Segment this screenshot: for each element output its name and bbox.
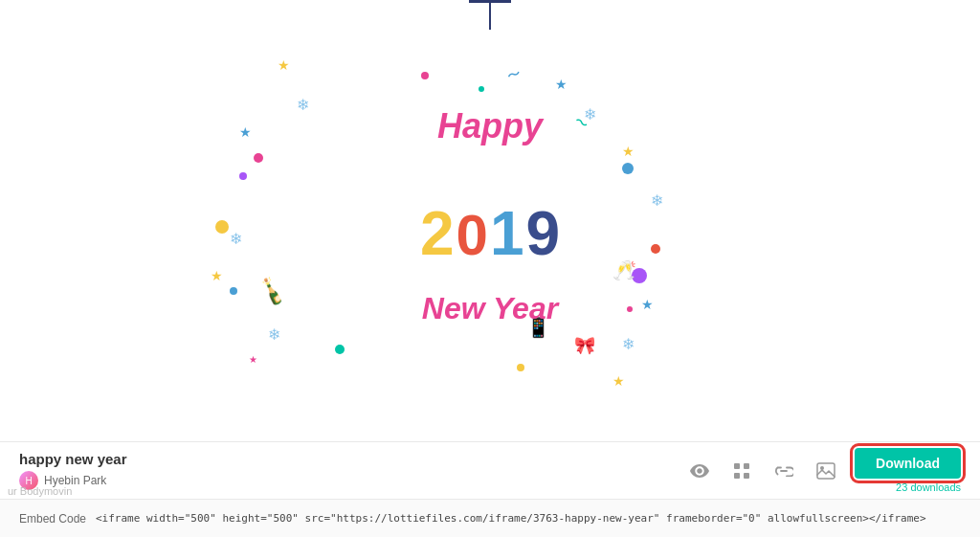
hanger-line [489,3,491,30]
link-icon-btn[interactable] [770,458,797,484]
link-icon [774,465,793,477]
preview-area: ★ ★ ★ ★ ★ ★ ★ ★ ❄ ❄ ❄ ❄ ❄ ❄ 〜 〜 🎀 🍾 🥂 📱 … [0,0,980,441]
deco-dot [215,220,229,234]
downloads-count: 23 downloads [896,481,961,493]
image-icon [816,462,835,480]
animation-title: happy new year [19,451,686,467]
happy-text: Happy [437,106,543,146]
deco-dot [230,287,237,295]
author-row: H Hyebin Park [19,471,686,490]
newyear-text: New Year [422,291,558,326]
hanger-cap [469,0,511,3]
ornament-scene: Happy 2 0 1 9 New Year [289,20,691,422]
characters-row: 2 0 1 9 [420,202,560,263]
info-left: happy new year H Hyebin Park [19,451,686,490]
deco-star: ★ [211,268,223,283]
info-bar: happy new year H Hyebin Park [0,441,980,499]
embed-bar: Embed Code <iframe width="500" height="5… [0,499,980,537]
svg-rect-0 [734,463,740,469]
eye-icon [690,464,709,478]
image-icon-btn[interactable] [813,458,839,484]
deco-snowflake: ❄ [230,230,242,248]
deco-dot [239,172,247,180]
char-1: 1 [490,202,524,263]
hanger [469,0,511,30]
svg-rect-1 [744,463,749,469]
eye-icon-btn[interactable] [686,458,713,484]
grid-icon [733,462,750,480]
deco-star: ★ [249,354,257,365]
deco-snowflake: ❄ [268,325,280,344]
embed-code[interactable]: <iframe width="500" height="500" src="ht… [96,512,961,525]
char-9: 9 [525,202,560,263]
info-right: Download 23 downloads [686,448,961,493]
grid-icon-btn[interactable] [728,458,755,484]
download-button[interactable]: Download [855,448,961,479]
watermark: ur Bodymovin [8,485,72,497]
svg-rect-4 [817,463,835,479]
deco-dot [254,153,263,163]
char-0: 0 [457,206,488,263]
embed-label: Embed Code [19,512,96,526]
deco-star: ★ [239,124,252,140]
char-2: 2 [420,202,455,263]
ornament-content: Happy 2 0 1 9 New Year [318,49,662,393]
deco-bottle: 🍾 [256,275,290,308]
download-wrapper: Download 23 downloads [855,448,961,493]
svg-rect-2 [734,473,740,479]
svg-rect-3 [744,473,749,479]
